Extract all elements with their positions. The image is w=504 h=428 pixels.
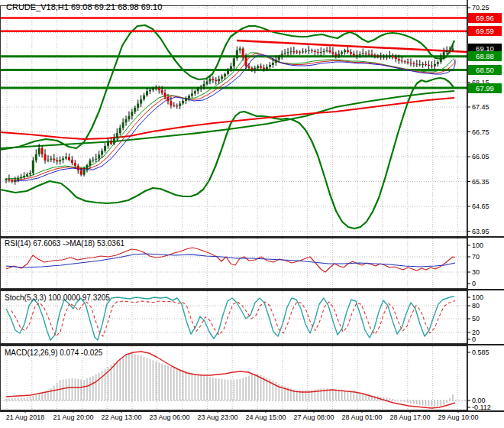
candle-up	[320, 52, 322, 53]
stoch-axis-label: 50	[472, 315, 480, 323]
candle-up	[98, 155, 100, 159]
candle-up	[38, 148, 40, 154]
candle-up	[65, 157, 67, 158]
candle-down	[299, 52, 301, 53]
candle-down	[242, 48, 244, 57]
candle-down	[71, 160, 73, 163]
candle-down	[380, 57, 382, 57]
candle-up	[275, 60, 277, 63]
candle-up	[128, 116, 130, 119]
price-badge-68.88: 68.88	[468, 51, 502, 61]
price-badge-68.50: 68.50	[468, 65, 502, 75]
candle-up	[338, 54, 340, 55]
candle-up	[29, 173, 31, 174]
candle-down	[376, 56, 379, 57]
candle-up	[257, 66, 259, 68]
candle-down	[392, 56, 394, 57]
candle-up	[194, 91, 196, 93]
candle-up	[266, 67, 268, 70]
candle-up	[122, 122, 124, 128]
candle-down	[395, 57, 397, 59]
stoch-axis-label: 80	[472, 302, 480, 310]
candle-down	[412, 63, 415, 64]
candle-down	[410, 63, 412, 63]
candle-up	[434, 64, 436, 66]
candle-up	[191, 93, 193, 96]
price-badge-67.99: 67.99	[468, 83, 502, 93]
candle-up	[287, 52, 289, 53]
candle-up	[386, 57, 388, 57]
fast-ma-green	[6, 53, 454, 179]
candle-up	[116, 133, 118, 138]
candle-up	[418, 64, 421, 65]
time-axis-label: 21 Aug 2018	[6, 413, 45, 421]
candle-up	[284, 53, 286, 54]
candle-down	[170, 101, 172, 105]
candle-up	[305, 51, 307, 52]
chart-canvas[interactable]	[0, 0, 504, 428]
candle-down	[365, 54, 367, 54]
rsi-axis-label: 70	[472, 253, 480, 261]
candle-up	[389, 56, 391, 57]
candle-down	[77, 166, 79, 170]
time-axis-label: 27 Aug 08:00	[293, 413, 334, 421]
candle-down	[176, 105, 178, 106]
panel-divider-macd-time[interactable]	[0, 410, 504, 412]
candle-down	[173, 105, 175, 106]
candle-down	[263, 68, 265, 70]
candle-up	[146, 91, 148, 95]
candle-up	[92, 160, 94, 160]
candle-up	[83, 170, 86, 174]
candle-down	[331, 52, 334, 54]
trading-chart-window: CRUDE_V18,H1 69.08 69.21 68.98 69.10 RSI…	[0, 0, 504, 428]
candle-down	[404, 61, 406, 62]
candle-up	[341, 52, 343, 54]
candle-down	[373, 55, 376, 56]
rsi-axis-label: 0	[472, 280, 476, 287]
candle-down	[353, 54, 355, 55]
candle-down	[425, 64, 427, 65]
rsi-ma-line	[6, 254, 455, 268]
price-axis-label: 66.05	[472, 153, 489, 160]
candle-down	[368, 54, 370, 55]
candle-up	[451, 48, 454, 50]
candle-up	[323, 51, 325, 52]
price-badge-69.59: 69.59	[468, 26, 502, 36]
candle-up	[149, 90, 151, 92]
candle-up	[26, 174, 28, 176]
candle-up	[143, 96, 145, 99]
candle-up	[200, 86, 202, 89]
price-badge-69.96: 69.96	[468, 13, 502, 23]
candle-down	[347, 50, 349, 52]
candle-up	[14, 180, 16, 182]
macd-axis-label: 0.585	[472, 349, 489, 356]
candle-down	[161, 90, 163, 92]
candle-up	[443, 52, 445, 57]
candle-down	[53, 159, 55, 160]
time-axis-label: 28 Aug 01:00	[341, 413, 382, 421]
candle-up	[185, 99, 187, 101]
candle-up	[89, 160, 91, 165]
candle-up	[206, 81, 208, 83]
slow-ma-green	[0, 91, 454, 148]
candle-down	[401, 60, 403, 61]
panel-divider-rsi-stoch[interactable]	[0, 289, 504, 290]
candle-down	[311, 50, 313, 51]
time-axis-label: 21 Aug 20:00	[53, 413, 93, 421]
candle-up	[20, 177, 22, 179]
candle-down	[260, 66, 262, 68]
bollinger-lower-band	[0, 78, 454, 229]
stoch-indicator-label: Stoch(5,3,3) 100.0000 97.3205	[5, 293, 110, 302]
panel-divider-stoch-macd[interactable]	[0, 344, 504, 345]
candle-up	[140, 99, 142, 103]
candle-up	[197, 89, 199, 91]
candle-down	[407, 62, 409, 63]
candle-up	[95, 159, 97, 160]
candle-up	[17, 178, 19, 180]
price-axis-label: 63.95	[472, 228, 489, 235]
candle-up	[440, 57, 442, 63]
candle-down	[350, 52, 352, 54]
panel-divider-main-rsi[interactable]	[0, 236, 504, 238]
candle-up	[281, 54, 283, 57]
candle-up	[203, 84, 205, 86]
